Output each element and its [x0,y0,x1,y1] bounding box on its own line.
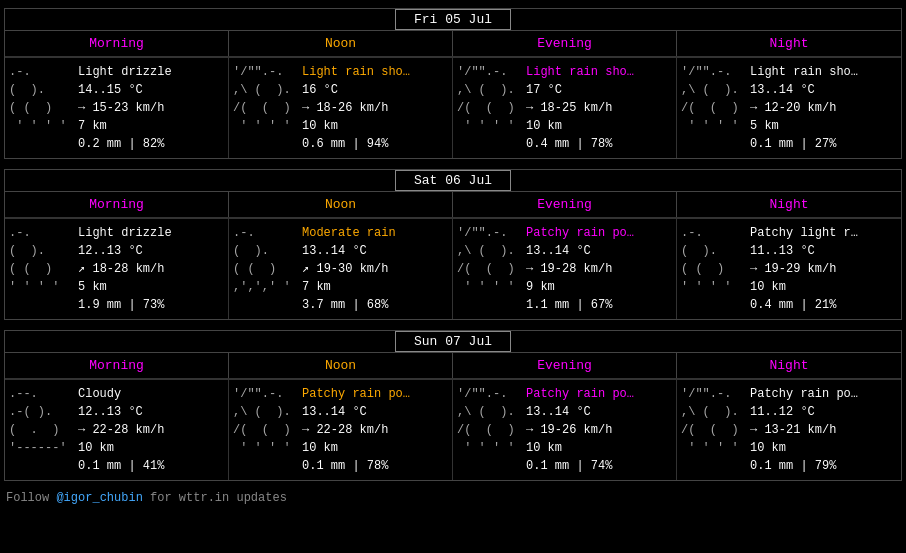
weather-info-2-0: Cloudy 12..13 °C → 22-28 km/h 10 km 0.1 … [78,385,164,475]
weather-icon-0-1: '/"".-. ,\ ( ). /( ( ) ' ' ' ' [233,63,298,153]
weather-info-0-3: Light rain sho… 13..14 °C → 12-20 km/h 5… [750,63,858,153]
weather-line-2-3-2: 10 km [750,441,786,455]
period-cell-0-0: .-. ( ). ( ( ) ' ' ' 'Light drizzle 14..… [5,57,229,158]
weather-icon-2-0: .--. .-( ). ( . ) '------' [9,385,74,475]
period-header-0-3: Night [677,31,901,56]
weather-line-2-2-0: 13..14 °C [526,405,591,419]
period-header-1-1: Noon [229,192,453,217]
day-section-1: Sat 06 JulMorningNoonEveningNight.-. ( )… [4,169,902,320]
period-body-row-2: .--. .-( ). ( . ) '------'Cloudy 12..13 … [5,379,901,480]
day-header-1: Sat 06 Jul [5,170,901,192]
weather-line-2-0-3: 0.1 mm | 41% [78,459,164,473]
period-cell-2-2: '/"".-. ,\ ( ). /( ( ) ' ' ' 'Patchy rai… [453,379,677,480]
weather-line-0-2-3: 0.4 mm | 78% [526,137,612,151]
period-header-1-0: Morning [5,192,229,217]
weather-line-1-0-2: 5 km [78,280,107,294]
weather-line-2-3-0: 11..12 °C [750,405,815,419]
weather-line-1-0-0: 12..13 °C [78,244,143,258]
day-section-0: Fri 05 JulMorningNoonEveningNight.-. ( )… [4,8,902,159]
period-body-row-1: .-. ( ). ( ( ) ' ' ' 'Light drizzle 12..… [5,218,901,319]
period-header-0-0: Morning [5,31,229,56]
weather-desc-2-3: Patchy rain po… [750,387,858,401]
day-header-2: Sun 07 Jul [5,331,901,353]
weather-line-1-0-1: ↗ 18-28 km/h [78,262,164,276]
period-header-0-2: Evening [453,31,677,56]
period-cell-0-2: '/"".-. ,\ ( ). /( ( ) ' ' ' 'Light rain… [453,57,677,158]
weather-line-1-3-3: 0.4 mm | 21% [750,298,836,312]
weather-line-1-0-3: 1.9 mm | 73% [78,298,164,312]
weather-line-1-2-3: 1.1 mm | 67% [526,298,612,312]
period-headers-1: MorningNoonEveningNight [5,192,901,218]
day-section-2: Sun 07 JulMorningNoonEveningNight.--. .-… [4,330,902,481]
weather-line-2-3-1: → 13-21 km/h [750,423,836,437]
weather-desc-2-2: Patchy rain po… [526,387,634,401]
day-header-0: Fri 05 Jul [5,9,901,31]
weather-line-0-3-3: 0.1 mm | 27% [750,137,836,151]
weather-info-1-1: Moderate rain 13..14 °C ↗ 19-30 km/h 7 k… [302,224,396,314]
weather-line-1-3-1: → 19-29 km/h [750,262,836,276]
weather-info-2-2: Patchy rain po… 13..14 °C → 19-26 km/h 1… [526,385,634,475]
weather-line-0-2-0: 17 °C [526,83,562,97]
weather-icon-1-2: '/"".-. ,\ ( ). /( ( ) ' ' ' ' [457,224,522,314]
weather-line-1-3-0: 11..13 °C [750,244,815,258]
weather-line-1-2-1: → 19-28 km/h [526,262,612,276]
weather-icon-1-3: .-. ( ). ( ( ) ' ' ' ' [681,224,746,314]
day-label-2: Sun 07 Jul [395,331,511,352]
weather-line-2-0-0: 12..13 °C [78,405,143,419]
weather-icon-0-3: '/"".-. ,\ ( ). /( ( ) ' ' ' ' [681,63,746,153]
weather-desc-0-1: Light rain sho… [302,65,410,79]
weather-line-2-2-3: 0.1 mm | 74% [526,459,612,473]
weather-info-2-3: Patchy rain po… 11..12 °C → 13-21 km/h 1… [750,385,858,475]
weather-icon-1-0: .-. ( ). ( ( ) ' ' ' ' [9,224,74,314]
weather-desc-0-3: Light rain sho… [750,65,858,79]
period-cell-1-3: .-. ( ). ( ( ) ' ' ' 'Patchy light r… 11… [677,218,901,319]
weather-line-2-3-3: 0.1 mm | 79% [750,459,836,473]
weather-line-1-2-2: 9 km [526,280,555,294]
weather-info-1-0: Light drizzle 12..13 °C ↗ 18-28 km/h 5 k… [78,224,172,314]
weather-info-1-3: Patchy light r… 11..13 °C → 19-29 km/h 1… [750,224,858,314]
weather-line-0-2-2: 10 km [526,119,562,133]
weather-icon-0-2: '/"".-. ,\ ( ). /( ( ) ' ' ' ' [457,63,522,153]
weather-desc-2-1: Patchy rain po… [302,387,410,401]
period-header-1-3: Night [677,192,901,217]
weather-info-2-1: Patchy rain po… 13..14 °C → 22-28 km/h 1… [302,385,410,475]
weather-line-1-3-2: 10 km [750,280,786,294]
period-cell-1-2: '/"".-. ,\ ( ). /( ( ) ' ' ' 'Patchy rai… [453,218,677,319]
period-headers-0: MorningNoonEveningNight [5,31,901,57]
weather-desc-1-1: Moderate rain [302,226,396,240]
weather-line-2-1-1: → 22-28 km/h [302,423,388,437]
weather-line-0-1-2: 10 km [302,119,338,133]
weather-desc-1-3: Patchy light r… [750,226,858,240]
weather-line-2-1-0: 13..14 °C [302,405,367,419]
day-label-0: Fri 05 Jul [395,9,511,30]
period-cell-0-3: '/"".-. ,\ ( ). /( ( ) ' ' ' 'Light rain… [677,57,901,158]
weather-line-0-2-1: → 18-25 km/h [526,101,612,115]
weather-line-1-1-2: 7 km [302,280,331,294]
weather-desc-1-2: Patchy rain po… [526,226,634,240]
footer-link[interactable]: @igor_chubin [56,491,142,505]
weather-line-1-1-0: 13..14 °C [302,244,367,258]
weather-line-2-2-1: → 19-26 km/h [526,423,612,437]
weather-info-0-0: Light drizzle 14..15 °C → 15-23 km/h 7 k… [78,63,172,153]
day-label-1: Sat 06 Jul [395,170,511,191]
footer: Follow @igor_chubin for wttr.in updates [4,491,902,505]
weather-line-1-1-1: ↗ 19-30 km/h [302,262,388,276]
weather-line-0-1-3: 0.6 mm | 94% [302,137,388,151]
weather-desc-0-0: Light drizzle [78,65,172,79]
weather-info-0-1: Light rain sho… 16 °C → 18-26 km/h 10 km… [302,63,410,153]
weather-icon-2-1: '/"".-. ,\ ( ). /( ( ) ' ' ' ' [233,385,298,475]
weather-line-2-1-3: 0.1 mm | 78% [302,459,388,473]
period-header-2-3: Night [677,353,901,378]
weather-info-1-2: Patchy rain po… 13..14 °C → 19-28 km/h 9… [526,224,634,314]
weather-line-2-1-2: 10 km [302,441,338,455]
weather-line-0-3-2: 5 km [750,119,779,133]
period-cell-1-0: .-. ( ). ( ( ) ' ' ' 'Light drizzle 12..… [5,218,229,319]
weather-line-0-3-1: → 12-20 km/h [750,101,836,115]
period-cell-2-0: .--. .-( ). ( . ) '------'Cloudy 12..13 … [5,379,229,480]
period-header-1-2: Evening [453,192,677,217]
period-cell-2-1: '/"".-. ,\ ( ). /( ( ) ' ' ' 'Patchy rai… [229,379,453,480]
weather-line-1-2-0: 13..14 °C [526,244,591,258]
weather-line-2-0-2: 10 km [78,441,114,455]
period-body-row-0: .-. ( ). ( ( ) ' ' ' 'Light drizzle 14..… [5,57,901,158]
period-cell-0-1: '/"".-. ,\ ( ). /( ( ) ' ' ' 'Light rain… [229,57,453,158]
